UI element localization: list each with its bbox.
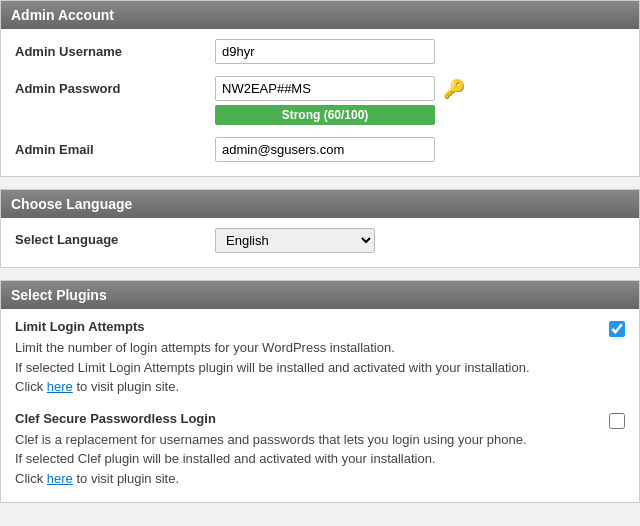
email-input[interactable] xyxy=(215,137,435,162)
plugin-limit-login-title: Limit Login Attempts xyxy=(15,319,599,334)
select-language-label: Select Language xyxy=(15,228,215,247)
language-select[interactable]: English Spanish French German Italian xyxy=(215,228,375,253)
username-input[interactable] xyxy=(215,39,435,64)
plugin-clef-title: Clef Secure Passwordless Login xyxy=(15,411,599,426)
choose-language-header: Choose Language xyxy=(1,190,639,218)
password-strength-bar: Strong (60/100) xyxy=(215,105,435,125)
plugin-clef-checkbox-wrapper xyxy=(609,411,625,432)
select-plugins-section: Select Plugins Limit Login Attempts Limi… xyxy=(0,280,640,503)
username-field xyxy=(215,39,625,64)
plugin-limit-login-link[interactable]: here xyxy=(47,379,73,394)
plugin-limit-login-checkbox-wrapper xyxy=(609,319,625,340)
admin-account-section: Admin Account Admin Username Admin Passw… xyxy=(0,0,640,177)
plugin-clef-checkbox[interactable] xyxy=(609,413,625,429)
password-field: 🔑 Strong (60/100) xyxy=(215,76,625,125)
plugin-limit-login-checkbox[interactable] xyxy=(609,321,625,337)
language-select-wrapper: English Spanish French German Italian xyxy=(215,228,375,253)
plugin-clef-desc: Clef is a replacement for usernames and … xyxy=(15,430,599,489)
email-row: Admin Email xyxy=(15,137,625,162)
key-icon[interactable]: 🔑 xyxy=(443,78,465,100)
language-row: Select Language English Spanish French G… xyxy=(15,228,625,253)
plugin-clef-link[interactable]: here xyxy=(47,471,73,486)
choose-language-section: Choose Language Select Language English … xyxy=(0,189,640,268)
plugin-limit-login-info: Limit Login Attempts Limit the number of… xyxy=(15,319,609,397)
password-label: Admin Password xyxy=(15,76,215,96)
plugin-clef-row: Clef Secure Passwordless Login Clef is a… xyxy=(15,411,625,489)
plugin-limit-login-row: Limit Login Attempts Limit the number of… xyxy=(15,319,625,397)
username-label: Admin Username xyxy=(15,39,215,59)
email-field xyxy=(215,137,625,162)
password-row: Admin Password 🔑 Strong (60/100) xyxy=(15,76,625,125)
plugin-clef-info: Clef Secure Passwordless Login Clef is a… xyxy=(15,411,609,489)
plugin-limit-login-desc: Limit the number of login attempts for y… xyxy=(15,338,599,397)
email-label: Admin Email xyxy=(15,137,215,157)
password-input[interactable] xyxy=(215,76,435,101)
select-plugins-header: Select Plugins xyxy=(1,281,639,309)
admin-account-header: Admin Account xyxy=(1,1,639,29)
username-row: Admin Username xyxy=(15,39,625,64)
